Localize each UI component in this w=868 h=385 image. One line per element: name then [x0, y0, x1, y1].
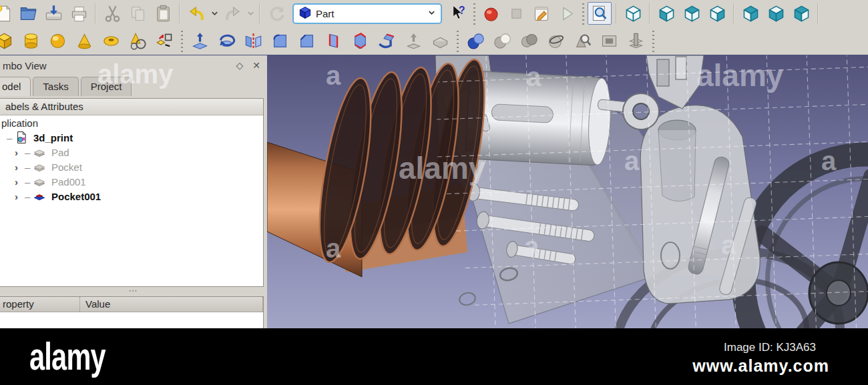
cylinder-primitive-button[interactable]	[19, 29, 43, 52]
float-panel-icon[interactable]: ◇	[236, 60, 243, 71]
mirror-icon	[244, 31, 263, 51]
view-bottom-button[interactable]	[764, 2, 788, 25]
redo-icon	[223, 4, 242, 23]
new-document-button[interactable]	[0, 2, 15, 25]
tab-tasks[interactable]: Tasks	[33, 77, 78, 96]
macro-stop-button[interactable]	[504, 2, 528, 25]
svg-text:?: ?	[459, 4, 465, 15]
sweep-button[interactable]	[375, 29, 399, 52]
toolbar-separator	[259, 3, 260, 23]
chamfer-button[interactable]	[294, 29, 318, 52]
torus-primitive-button[interactable]	[99, 29, 123, 52]
redo-button[interactable]	[220, 2, 244, 25]
viewport-3d[interactable]: alamy alamy alamy a a a a a a a	[267, 55, 868, 329]
boolean-cut-button[interactable]	[490, 29, 514, 52]
panel-title: mbo View	[3, 60, 47, 71]
redo-dropdown-button[interactable]	[246, 2, 255, 25]
macro-edit-icon	[532, 4, 552, 23]
check-geometry-button[interactable]	[570, 29, 594, 52]
view-left-button[interactable]	[789, 2, 813, 25]
cone-primitive-button[interactable]	[72, 29, 96, 52]
paste-button[interactable]	[151, 2, 175, 25]
loft-button[interactable]	[348, 29, 372, 52]
watermark-letter: a	[326, 61, 341, 90]
defeaturing-button[interactable]	[597, 29, 621, 52]
view-front-button[interactable]	[654, 2, 678, 25]
expand-arrow-icon[interactable]: ›	[15, 161, 25, 173]
boolean-union-button[interactable]	[463, 29, 487, 52]
expand-arrow-icon[interactable]: ›	[15, 176, 25, 187]
macro-record-button[interactable]	[479, 2, 503, 25]
sphere-primitive-button[interactable]	[45, 29, 69, 52]
tree-item-pad001[interactable]: ›–Pad001	[0, 174, 263, 189]
pocket-feature-icon	[33, 160, 49, 173]
view-right-button[interactable]	[705, 2, 729, 25]
watermark-word: alamy	[696, 58, 784, 93]
tree-item-pocket001[interactable]: ›–Pocket001	[0, 189, 263, 204]
box-primitive-button[interactable]	[0, 29, 16, 52]
section-button[interactable]	[544, 29, 568, 52]
view-fit-button[interactable]	[588, 2, 612, 25]
tree-item-label: Pocket001	[51, 191, 101, 202]
toolbar-separator	[616, 3, 617, 23]
alamy-footer: alamy Image ID: KJ3A63 www.alamy.com	[0, 328, 868, 385]
print-button[interactable]	[67, 2, 91, 25]
save-icon	[44, 4, 63, 23]
offset-icon	[404, 31, 423, 51]
macro-stop-icon	[507, 4, 526, 23]
cut-button[interactable]	[100, 2, 124, 25]
sphere-primitive-icon	[48, 31, 67, 51]
cross-sections-button[interactable]	[624, 29, 648, 52]
workbench-cube-icon	[298, 6, 312, 21]
offset-button[interactable]	[401, 29, 425, 52]
view-top-button[interactable]	[680, 2, 704, 25]
thickness-button[interactable]	[428, 29, 452, 52]
toolbar-separator	[733, 3, 734, 23]
tab-odel[interactable]: odel	[0, 77, 31, 96]
view-bottom-icon	[767, 4, 786, 23]
create-primitives-icon	[128, 31, 148, 51]
copy-button[interactable]	[126, 2, 150, 25]
revolve-button[interactable]	[214, 29, 238, 52]
fillet-button[interactable]	[268, 29, 292, 52]
undo-dropdown-button[interactable]	[210, 2, 219, 25]
view-axonometric-button[interactable]	[621, 2, 645, 25]
toolbar-separator	[817, 3, 819, 23]
view-rear-button[interactable]	[738, 2, 763, 25]
property-column-header[interactable]: roperty	[0, 297, 80, 312]
panel-splitter[interactable]: ⋯	[0, 287, 267, 296]
save-button[interactable]	[41, 2, 65, 25]
tree-item-application[interactable]: plication	[0, 115, 263, 130]
workbench-label: Part	[316, 8, 335, 19]
tree-item-document[interactable]: – 3d_print	[0, 130, 263, 145]
ruled-surface-button[interactable]	[321, 29, 345, 52]
expand-arrow-icon[interactable]: ›	[15, 147, 25, 158]
expand-arrow-icon[interactable]: ›	[15, 191, 25, 202]
view-left-icon	[792, 4, 811, 23]
check-geometry-icon	[573, 31, 592, 51]
revolve-icon	[217, 31, 236, 51]
chamfer-icon	[297, 31, 316, 51]
boolean-common-button[interactable]	[517, 29, 541, 52]
macro-edit-button[interactable]	[529, 2, 554, 25]
tree-item-pocket[interactable]: ›–Pocket	[0, 159, 263, 174]
open-file-button[interactable]	[16, 2, 40, 25]
toolbar-separator	[95, 3, 96, 23]
mirror-button[interactable]	[241, 29, 265, 52]
alamy-url: www.alamy.com	[692, 356, 829, 376]
workbench-selector[interactable]: Part	[292, 3, 442, 24]
extrude-button[interactable]	[188, 29, 212, 52]
refresh-button[interactable]	[264, 2, 288, 25]
macro-play-button[interactable]	[555, 2, 579, 25]
shape-builder-button[interactable]	[152, 29, 176, 52]
refresh-icon	[267, 4, 286, 23]
tree-item-pad[interactable]: ›–Pad	[0, 145, 263, 159]
close-panel-icon[interactable]: ✕	[252, 60, 260, 71]
whats-this-button[interactable]: ?	[446, 2, 470, 25]
tab-project[interactable]: Project	[81, 77, 132, 96]
undo-button[interactable]	[184, 2, 208, 25]
watermark-letter: a	[821, 146, 837, 175]
view-axonometric-icon	[624, 4, 643, 23]
value-column-header[interactable]: Value	[80, 297, 263, 312]
create-primitives-button[interactable]	[126, 29, 150, 52]
